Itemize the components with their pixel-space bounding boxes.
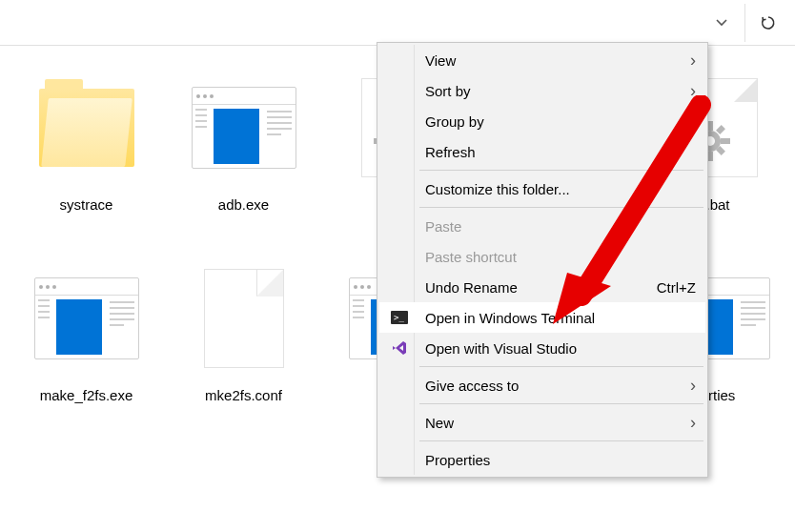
menu-item-properties[interactable]: Properties xyxy=(379,444,705,475)
menu-item-new[interactable]: New › xyxy=(379,407,705,438)
file-item-conf[interactable]: mke2fs.conf xyxy=(165,254,322,444)
chevron-right-icon: › xyxy=(690,81,696,101)
menu-label: Give access to xyxy=(425,378,519,394)
svg-rect-18 xyxy=(716,125,725,134)
svg-rect-15 xyxy=(721,138,730,144)
menu-label: New xyxy=(425,415,454,431)
menu-shortcut: Ctrl+Z xyxy=(657,279,696,296)
file-item-exe[interactable]: adb.exe xyxy=(165,63,322,254)
toolbar-divider xyxy=(744,4,745,42)
menu-item-refresh[interactable]: Refresh xyxy=(379,136,705,167)
menu-label: Paste shortcut xyxy=(425,249,517,265)
terminal-icon: >_ xyxy=(389,307,410,328)
refresh-icon xyxy=(760,14,777,31)
menu-label: Paste xyxy=(425,218,461,235)
chevron-right-icon: › xyxy=(690,112,696,132)
visual-studio-icon xyxy=(389,338,410,358)
menu-label: Undo Rename xyxy=(425,279,518,296)
menu-label: Open with Visual Studio xyxy=(425,340,577,357)
menu-label: Open in Windows Terminal xyxy=(425,310,595,326)
menu-item-view[interactable]: View › xyxy=(379,45,705,75)
menu-label: Sort by xyxy=(425,83,471,99)
file-item-folder[interactable]: systrace xyxy=(8,63,165,254)
menu-separator xyxy=(419,207,703,208)
refresh-button[interactable] xyxy=(747,4,789,42)
chevron-down-icon xyxy=(715,16,728,30)
menu-label: Customize this folder... xyxy=(425,181,570,197)
menu-item-give-access-to[interactable]: Give access to › xyxy=(379,370,705,400)
menu-item-group-by[interactable]: Group by › xyxy=(379,106,705,136)
menu-item-paste-shortcut: Paste shortcut xyxy=(379,241,705,272)
file-label: .bat xyxy=(705,196,729,213)
menu-separator xyxy=(419,170,703,171)
conf-icon xyxy=(187,261,301,376)
file-label: systrace xyxy=(60,196,113,213)
menu-separator xyxy=(419,403,703,404)
menu-label: Group by xyxy=(425,113,484,130)
menu-separator xyxy=(419,440,703,441)
menu-label: Refresh xyxy=(425,144,476,160)
menu-item-open-visual-studio[interactable]: Open with Visual Studio xyxy=(379,333,705,363)
svg-text:>_: >_ xyxy=(394,313,404,322)
menu-item-paste: Paste xyxy=(379,211,705,241)
menu-item-sort-by[interactable]: Sort by › xyxy=(379,75,705,106)
chevron-right-icon: › xyxy=(690,413,696,433)
file-label: mke2fs.conf xyxy=(205,387,282,403)
exe-icon xyxy=(30,261,144,376)
address-toolbar xyxy=(0,0,795,46)
dropdown-button[interactable] xyxy=(701,4,743,42)
menu-label: View xyxy=(425,52,456,69)
chevron-right-icon: › xyxy=(690,376,696,396)
exe-icon xyxy=(187,71,301,185)
menu-separator xyxy=(419,366,703,367)
context-menu: View › Sort by › Group by › Refresh Cust… xyxy=(377,42,708,478)
file-item-exe[interactable]: make_f2fs.exe xyxy=(8,254,165,444)
menu-label: Properties xyxy=(425,452,490,468)
menu-item-open-windows-terminal[interactable]: >_ Open in Windows Terminal xyxy=(379,302,705,333)
menu-item-undo-rename[interactable]: Undo Rename Ctrl+Z xyxy=(379,272,705,302)
menu-item-customize-folder[interactable]: Customize this folder... xyxy=(379,174,705,204)
chevron-right-icon: › xyxy=(690,51,696,71)
folder-icon xyxy=(30,71,144,185)
file-label: make_f2fs.exe xyxy=(40,387,133,403)
file-label: adb.exe xyxy=(218,196,269,213)
